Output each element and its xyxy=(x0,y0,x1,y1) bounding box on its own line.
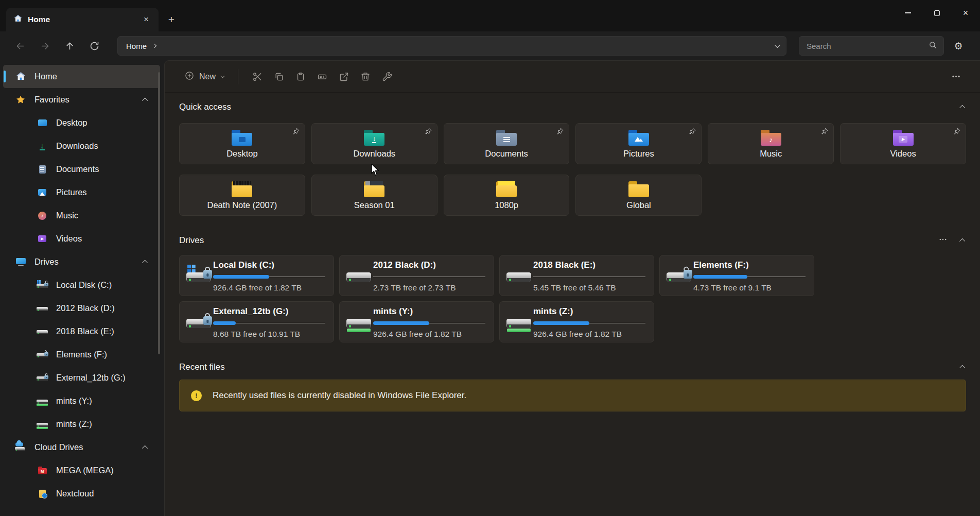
cut-button[interactable] xyxy=(247,66,268,87)
collapse-chevron-icon[interactable] xyxy=(142,260,148,265)
sidebar-item-drive-g[interactable]: External_12tb (G:) xyxy=(3,366,160,389)
folder-icon xyxy=(628,180,649,197)
drive-card-c[interactable]: Local Disk (C:) 926.4 GB free of 1.82 TB xyxy=(179,255,334,296)
drive-card-f[interactable]: Elements (F:) 4.73 TB free of 9.1 TB xyxy=(659,255,814,296)
capacity-bar xyxy=(373,321,485,325)
drive-card-d[interactable]: 2012 Black (D:) 2.73 TB free of 2.73 TB xyxy=(339,255,494,296)
quick-access-folder[interactable]: Death Note (2007) xyxy=(179,175,305,216)
navigation-bar: Home ⚙ xyxy=(0,31,980,60)
pictures-icon xyxy=(36,189,48,196)
sidebar-item-desktop[interactable]: Desktop xyxy=(3,111,160,134)
drive-card-z[interactable]: mints (Z:) 926.4 GB free of 1.82 TB xyxy=(499,301,654,342)
sidebar-item-videos[interactable]: ▶ Videos xyxy=(3,227,160,250)
quick-access-videos[interactable]: ▶ Videos xyxy=(840,123,966,164)
quick-access-music[interactable]: ♪ Music xyxy=(708,123,834,164)
sidebar-section-favorites[interactable]: Favorites xyxy=(3,88,160,111)
desktop-icon xyxy=(36,119,48,126)
collapse-chevron-icon[interactable] xyxy=(959,105,965,111)
quick-access-desktop[interactable]: Desktop xyxy=(179,123,305,164)
copy-button[interactable] xyxy=(268,66,290,87)
drive-card-g[interactable]: External_12tb (G:) 8.68 TB free of 10.91… xyxy=(179,301,334,342)
sidebar-item-nextcloud[interactable]: Nextcloud xyxy=(3,482,160,505)
pin-icon[interactable] xyxy=(953,127,961,137)
properties-button[interactable] xyxy=(376,66,398,87)
quick-access-documents[interactable]: Documents xyxy=(444,123,570,164)
sidebar-item-documents[interactable]: Documents xyxy=(3,158,160,181)
collapse-chevron-icon[interactable] xyxy=(142,445,148,451)
capacity-bar xyxy=(373,275,485,279)
pin-icon[interactable] xyxy=(556,127,564,137)
pin-icon[interactable] xyxy=(424,127,432,137)
collapse-chevron-icon[interactable] xyxy=(959,238,965,244)
pin-icon[interactable] xyxy=(820,127,829,137)
back-button[interactable] xyxy=(11,37,29,55)
refresh-button[interactable] xyxy=(85,37,103,55)
sidebar-section-cloud-drives[interactable]: Cloud Drives xyxy=(3,436,160,459)
drives-header: Drives xyxy=(165,235,980,246)
documents-icon xyxy=(36,165,48,174)
sidebar-item-drive-y[interactable]: mints (Y:) xyxy=(3,389,160,412)
more-icon xyxy=(951,72,961,81)
folder-videos-icon: ▶ xyxy=(893,129,914,146)
sidebar-item-drive-e[interactable]: 2018 Black (E:) xyxy=(3,320,160,343)
quick-access-folder[interactable]: Global xyxy=(575,175,702,216)
sidebar-item-home[interactable]: Home xyxy=(3,65,160,88)
quick-access-downloads[interactable]: ↓ Downloads xyxy=(311,123,437,164)
rename-button[interactable] xyxy=(311,66,333,87)
forward-button[interactable] xyxy=(36,37,54,55)
drives-more-button[interactable] xyxy=(938,235,948,246)
mega-folder-icon: M xyxy=(36,467,48,474)
quick-access-folder[interactable]: Season 01 xyxy=(311,175,437,216)
drives-grid: Local Disk (C:) 926.4 GB free of 1.82 TB… xyxy=(165,255,980,342)
new-button[interactable]: New xyxy=(179,66,229,87)
close-button[interactable]: × xyxy=(951,0,980,26)
capacity-bar xyxy=(213,321,325,325)
up-button[interactable] xyxy=(61,37,78,55)
maximize-button[interactable] xyxy=(922,0,951,26)
tab-home[interactable]: Home × xyxy=(6,8,159,31)
toolbar-separator xyxy=(238,69,238,84)
warning-text: Recently used files is currently disable… xyxy=(213,390,466,401)
sidebar-item-mega[interactable]: M MEGA (MEGA) xyxy=(3,459,160,482)
pin-icon[interactable] xyxy=(292,127,300,137)
drive-locked-icon xyxy=(36,373,48,383)
quick-access-pictures[interactable]: Pictures xyxy=(575,123,702,164)
collapse-chevron-icon[interactable] xyxy=(142,97,148,103)
breadcrumb[interactable]: Home xyxy=(126,42,147,50)
settings-gear-button[interactable]: ⚙ xyxy=(948,36,969,56)
tab-close-icon[interactable]: × xyxy=(139,12,153,27)
quick-access-folder[interactable]: 1080p xyxy=(444,175,570,216)
sidebar-item-drive-f[interactable]: Elements (F:) xyxy=(3,343,160,366)
pin-icon[interactable] xyxy=(688,127,696,137)
drive-card-e[interactable]: 2018 Black (E:) 5.45 TB free of 5.46 TB xyxy=(499,255,654,296)
main-area: Home Favorites Desktop ↓ Downloads Docum… xyxy=(0,60,980,516)
see-more-button[interactable] xyxy=(945,66,967,87)
search-box[interactable] xyxy=(799,36,944,56)
sidebar-section-drives[interactable]: Drives xyxy=(3,250,160,273)
delete-button[interactable] xyxy=(355,66,376,87)
collapse-chevron-icon[interactable] xyxy=(959,365,965,371)
gear-icon: ⚙ xyxy=(954,40,962,52)
sidebar-item-music[interactable]: ♪ Music xyxy=(3,204,160,227)
section-title: Quick access xyxy=(179,102,231,112)
minimize-button[interactable] xyxy=(894,0,922,26)
plus-circle-icon xyxy=(184,71,195,83)
sidebar-item-drive-z[interactable]: mints (Z:) xyxy=(3,412,160,436)
paste-button[interactable] xyxy=(290,66,311,87)
address-dropdown-icon[interactable] xyxy=(775,42,780,48)
drive-card-y[interactable]: mints (Y:) 926.4 GB free of 1.82 TB xyxy=(339,301,494,342)
sidebar-item-drive-d[interactable]: 2012 Black (D:) xyxy=(3,297,160,320)
sidebar-item-pictures[interactable]: Pictures xyxy=(3,181,160,204)
wrench-icon xyxy=(382,72,392,82)
file-explorer-window: Home × + × Home xyxy=(0,0,980,516)
drive-mint-icon xyxy=(504,311,533,333)
address-bar[interactable]: Home xyxy=(117,36,786,56)
drive-unlocked-icon xyxy=(36,350,48,360)
sidebar-item-downloads[interactable]: ↓ Downloads xyxy=(3,134,160,158)
sidebar-scrollbar[interactable] xyxy=(158,72,160,354)
cloud-drive-icon xyxy=(14,443,27,452)
search-input[interactable] xyxy=(807,42,929,50)
sidebar-item-drive-c[interactable]: Local Disk (C:) xyxy=(3,273,160,297)
new-tab-button[interactable]: + xyxy=(163,11,180,28)
share-button[interactable] xyxy=(333,66,355,87)
